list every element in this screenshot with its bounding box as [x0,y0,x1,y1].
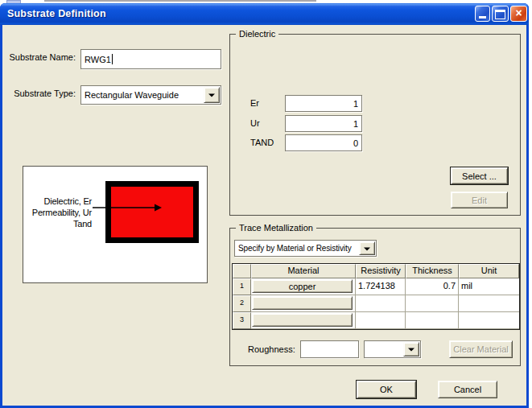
substrate-type-label: Substrate Type: [7,89,76,98]
maximize-icon [495,10,505,19]
material-header: Material [251,264,356,278]
resistivity-header: Resistivity [356,264,406,278]
specify-by-select[interactable]: Specify by Material or Resistivity [234,240,377,257]
unit-cell[interactable]: mil [459,278,519,295]
resistivity-cell[interactable] [356,295,406,312]
roughness-unit-select[interactable] [364,340,421,358]
substrate-diagram: Dielectric, Er Permeability, Ur Tand [23,166,208,283]
cancel-button[interactable]: Cancel [438,381,497,398]
thickness-cell[interactable]: 0.7 [406,278,459,295]
diagram-caption-line3: Tand [23,218,92,229]
specify-by-value: Specify by Material or Resistivity [238,241,358,256]
unit-cell[interactable] [459,295,519,312]
tand-value: 0 [289,135,358,150]
substrate-name-label: Substrate Name: [7,52,76,62]
thickness-cell[interactable] [406,295,459,312]
minimize-icon [479,16,486,19]
tand-input[interactable]: 0 [285,134,362,151]
title-bar[interactable]: Substrate Definition × [0,3,529,25]
ur-value: 1 [289,116,358,131]
resistivity-cell[interactable] [356,312,406,329]
substrate-name-input[interactable]: RWG1 [80,49,221,69]
row-number[interactable]: 3 [233,312,251,329]
metal-layers-table: Material Resistivity Thickness Unit 1 co… [232,263,520,330]
thickness-cell[interactable] [406,312,459,329]
window-controls: × [475,6,527,22]
material-button[interactable] [252,296,353,310]
roughness-unit-dropdown-button[interactable] [403,342,419,356]
resistivity-cell[interactable]: 1.724138 [356,278,406,295]
chevron-down-icon [408,348,414,351]
substrate-definition-dialog: Substrate Definition × Substrate Name: R… [0,3,529,408]
row-number-header [233,264,251,278]
diagram-caption: Dielectric, Er Permeability, Ur Tand [23,196,92,229]
close-icon: × [511,6,526,21]
thickness-header: Thickness [406,264,459,278]
clear-material-button[interactable]: Clear Material [449,340,513,358]
background-window-edge [44,0,316,2]
material-cell [251,312,356,329]
chevron-down-icon [208,93,215,97]
chevron-down-icon [364,247,370,250]
substrate-type-dropdown-button[interactable] [204,87,220,103]
select-material-button[interactable]: Select ... [451,167,508,184]
row-number[interactable]: 2 [233,295,251,312]
er-input[interactable]: 1 [285,95,362,112]
tand-label: TAND [250,138,282,147]
er-label: Er [250,98,282,108]
minimize-button[interactable] [475,6,490,22]
diagram-caption-line2: Permeability, Ur [23,207,92,218]
dialog-body: Substrate Name: RWG1 Substrate Type: Rec… [2,25,526,406]
roughness-label: Roughness: [248,344,295,354]
unit-header: Unit [459,264,519,278]
trace-metallization-group: Trace Metallization Specify by Material … [229,228,521,366]
text-caret [112,54,113,64]
substrate-type-value: Rectangular Waveguide [85,86,203,104]
material-cell [251,295,356,312]
substrate-type-select[interactable]: Rectangular Waveguide [80,85,221,105]
er-value: 1 [289,96,358,111]
dielectric-group-title: Dielectric [236,28,278,39]
material-button[interactable] [252,313,353,327]
material-cell: copper [251,278,356,295]
diagram-caption-line1: Dielectric, Er [23,196,92,207]
edit-material-button[interactable]: Edit [451,192,508,208]
pointer-arrow-icon [93,203,162,212]
close-button[interactable]: × [510,6,527,22]
dielectric-group: Dielectric Er 1 Ur 1 TAND 0 Select ... E… [229,34,521,216]
trace-metallization-group-title: Trace Metallization [236,222,316,233]
ok-button[interactable]: OK [357,381,416,398]
specify-by-dropdown-button[interactable] [359,241,375,255]
window-title: Substrate Definition [7,8,106,19]
material-button[interactable]: copper [252,279,353,293]
screen: Substrate Definition × Substrate Name: R… [0,0,532,408]
unit-cell[interactable] [459,312,519,329]
roughness-input[interactable] [300,340,359,358]
substrate-name-value: RWG1 [85,55,111,64]
roughness-unit-value [368,341,402,357]
ur-label: Ur [250,118,282,128]
row-number[interactable]: 1 [233,278,251,295]
ur-input[interactable]: 1 [285,115,362,132]
roughness-value [304,341,355,357]
maximize-button[interactable] [492,6,509,22]
